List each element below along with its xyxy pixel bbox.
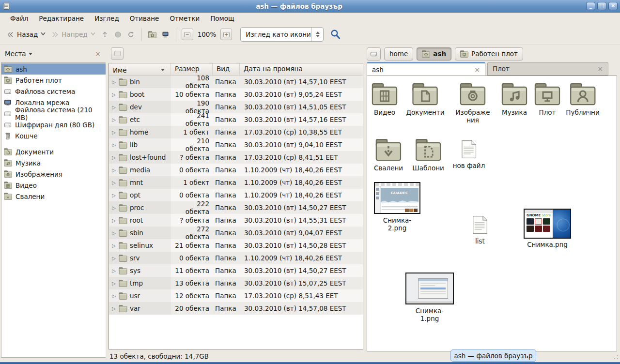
sidebar-item-9[interactable]: Изображения <box>1 168 106 180</box>
column-header-size[interactable]: Размер <box>171 63 213 75</box>
close-button[interactable]: × <box>608 2 618 10</box>
expander-icon[interactable]: ▷ <box>111 193 116 198</box>
taskbar-window-button[interactable]: ash — файлов браузър <box>450 349 536 362</box>
expander-icon[interactable]: ▷ <box>111 306 116 311</box>
icon-item-music[interactable]: Музика <box>501 83 527 116</box>
titlebar[interactable]: ash — файлов браузър _ □ × <box>0 0 620 13</box>
table-row[interactable]: ▷ lost+found ? обекта Папка 17.03.2010 (… <box>109 151 363 164</box>
menu-bookmarks[interactable]: Отметки <box>164 13 205 24</box>
expander-icon[interactable]: ▷ <box>111 256 116 261</box>
column-header-type[interactable]: Вид <box>213 63 240 75</box>
table-row[interactable]: ▷ etc 241 обекта Папка 30.03.2010 (вт) 1… <box>109 113 363 126</box>
stop-button[interactable] <box>111 29 124 40</box>
menu-go[interactable]: Отиване <box>124 13 165 24</box>
reload-button[interactable] <box>124 29 138 40</box>
sidebar-item-ash[interactable]: ash <box>1 63 106 75</box>
menu-view[interactable]: Изглед <box>89 13 124 24</box>
path-button-desktop[interactable]: Работен плот <box>455 47 523 61</box>
sidebar-item-4[interactable]: Файлова система (210 MB) <box>1 108 106 119</box>
sidebar-item-6[interactable]: Кошче <box>1 130 106 141</box>
home-button[interactable] <box>146 29 159 40</box>
back-button[interactable]: Назад <box>4 29 48 40</box>
sidebar-item-2[interactable]: Файлова система <box>1 86 106 97</box>
icon-item-public[interactable]: Публични <box>566 83 599 116</box>
sidebar-item-7[interactable]: Документи <box>1 146 106 157</box>
table-row[interactable]: ▷ opt 0 обекта Папка 1.10.2009 (чт) 18,4… <box>109 189 363 201</box>
sidebar-item-5[interactable]: Шифриран дял (80 GB) <box>1 119 106 130</box>
tab-close-icon[interactable]: × <box>474 66 480 74</box>
forward-button[interactable]: Напред <box>48 29 98 40</box>
tab-plot[interactable]: Плот × <box>487 62 608 76</box>
expander-icon[interactable]: ▷ <box>111 130 116 135</box>
thumbnail-snimka-2[interactable]: GUADEC <box>374 182 420 214</box>
expander-icon[interactable]: ▷ <box>111 268 116 273</box>
thumbnail-snimka-1[interactable] <box>405 273 454 304</box>
icon-item-pictures[interactable]: Изображения <box>455 83 490 124</box>
expander-icon[interactable]: ▷ <box>111 180 116 185</box>
expander-icon[interactable]: ▷ <box>111 105 116 110</box>
computer-button[interactable] <box>159 29 172 40</box>
resize-grip[interactable] <box>614 355 619 360</box>
tree-root-toggle-button[interactable] <box>111 47 124 60</box>
sidebar-item-1[interactable]: Работен плот <box>1 75 106 86</box>
expander-icon[interactable]: ▷ <box>111 205 116 211</box>
icon-item-new-file[interactable]: нов файл <box>453 140 485 169</box>
tab-ash[interactable]: ash × <box>367 62 485 76</box>
expander-icon[interactable]: ▷ <box>111 167 116 173</box>
sidebar-close-icon[interactable]: × <box>95 50 101 58</box>
zoom-out-button[interactable]: − <box>182 29 193 40</box>
table-row[interactable]: ▷ sys 11 обекта Папка 30.03.2010 (вт) 14… <box>109 264 363 277</box>
table-row[interactable]: ▷ proc 222 обекта Папка 30.03.2010 (вт) … <box>109 201 363 214</box>
zoom-in-button[interactable]: + <box>220 29 232 40</box>
thumbnail-snimka[interactable]: GNOME Store <box>524 209 571 239</box>
table-row[interactable]: ▷ dev 190 обекта Папка 30.03.2010 (вт) 1… <box>109 101 363 113</box>
table-row[interactable]: ▷ selinux 21 обекта Папка 30.03.2010 (вт… <box>109 239 363 252</box>
sidebar-item-10[interactable]: Видео <box>1 180 106 191</box>
expander-icon[interactable]: ▷ <box>111 142 116 148</box>
table-row[interactable]: ▷ boot 10 обекта Папка 30.03.2010 (вт) 9… <box>109 88 363 101</box>
icon-view[interactable]: Видео Документи Изображения Музика Плот … <box>367 76 617 351</box>
sidebar-item-8[interactable]: Музика <box>1 157 106 168</box>
icon-item-video[interactable]: Видео <box>372 83 398 116</box>
path-button-home[interactable]: home <box>384 47 413 61</box>
expander-icon[interactable]: ▷ <box>111 92 116 97</box>
expander-icon[interactable]: ▷ <box>111 218 116 223</box>
expander-icon[interactable]: ▷ <box>111 155 116 160</box>
table-row[interactable]: ▷ usr 12 обекта Папка 17.03.2010 (ср) 8,… <box>109 289 363 302</box>
up-button[interactable] <box>98 29 111 40</box>
menu-edit[interactable]: Редактиране <box>33 13 89 24</box>
table-row[interactable]: ▷ tmp 13 обекта Папка 30.03.2010 (вт) 15… <box>109 277 363 289</box>
table-row[interactable]: ▷ mnt 1 обект Папка 1.10.2009 (чт) 18,40… <box>109 176 363 189</box>
view-mode-select[interactable]: Изглед като икони <box>240 27 324 42</box>
path-root-button[interactable] <box>367 47 381 61</box>
table-row[interactable]: ▷ var 20 обекта Папка 30.03.2010 (вт) 14… <box>109 302 363 315</box>
expander-icon[interactable]: ▷ <box>111 293 116 299</box>
menu-file[interactable]: Файл <box>5 13 33 24</box>
expander-icon[interactable]: ▷ <box>111 243 116 248</box>
expander-icon[interactable]: ▷ <box>111 230 116 236</box>
maximize-button[interactable]: □ <box>597 2 606 10</box>
table-row[interactable]: ▷ root ? обекта Папка 30.03.2010 (вт) 14… <box>109 214 363 227</box>
icon-item-list[interactable]: list <box>473 215 488 245</box>
expander-icon[interactable]: ▷ <box>111 79 116 85</box>
sidebar-item-11[interactable]: Свалени <box>1 191 106 202</box>
places-dropdown-icon[interactable] <box>29 53 32 55</box>
table-row[interactable]: ▷ home 1 обект Папка 17.03.2010 (ср) 10,… <box>109 126 363 138</box>
expander-icon[interactable]: ▷ <box>111 117 116 122</box>
back-history-chevron-icon[interactable] <box>40 30 46 38</box>
column-header-date[interactable]: Дата на промяна <box>240 63 363 75</box>
menu-help[interactable]: Помощ <box>205 13 240 24</box>
column-header-name[interactable]: Име <box>109 63 171 75</box>
spinner-icon[interactable] <box>311 28 323 41</box>
expander-icon[interactable]: ▷ <box>111 281 116 286</box>
table-row[interactable]: ▷ sbin 272 обекта Папка 30.03.2010 (вт) … <box>109 227 363 239</box>
search-button[interactable] <box>329 28 341 41</box>
minimize-button[interactable]: _ <box>586 2 595 10</box>
tab-close-icon[interactable]: × <box>597 65 603 73</box>
icon-item-downloads[interactable]: Свалени <box>374 138 403 172</box>
table-row[interactable]: ▷ srv 0 обекта Папка 1.10.2009 (чт) 18,4… <box>109 252 363 264</box>
table-row[interactable]: ▷ lib 210 обекта Папка 30.03.2010 (вт) 9… <box>109 138 363 151</box>
icon-item-desktop[interactable]: Плот <box>534 83 560 116</box>
icon-item-documents[interactable]: Документи <box>406 83 445 116</box>
places-header[interactable]: Места <box>5 50 26 58</box>
